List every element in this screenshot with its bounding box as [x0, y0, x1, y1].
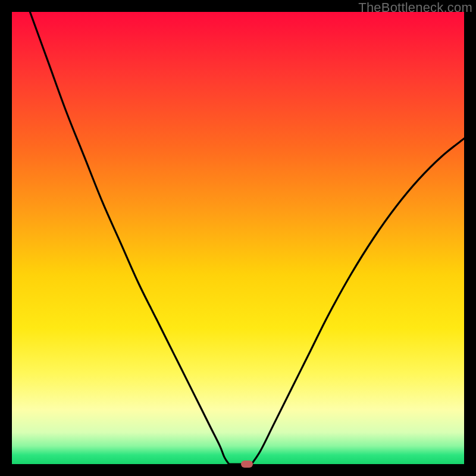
watermark-text: TheBottleneck.com	[358, 0, 472, 15]
chart-frame: TheBottleneck.com	[0, 0, 476, 476]
plot-area	[12, 12, 464, 464]
optimal-point-marker	[241, 461, 253, 468]
